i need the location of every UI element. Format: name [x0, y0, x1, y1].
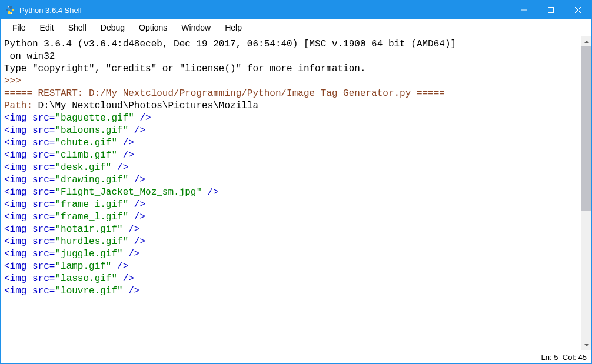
- vertical-scrollbar[interactable]: [581, 36, 591, 350]
- text-caret: [258, 101, 258, 111]
- col-label: Col:: [563, 353, 576, 362]
- python-icon: [5, 5, 15, 15]
- content-area: Python 3.6.4 (v3.6.4:d48eceb, Dec 19 201…: [1, 36, 591, 350]
- minimize-button[interactable]: [510, 1, 537, 19]
- statusbar: Ln: 5 Col: 45: [1, 350, 591, 363]
- maximize-button[interactable]: [537, 1, 564, 19]
- menu-shell[interactable]: Shell: [62, 22, 92, 34]
- menu-file[interactable]: File: [6, 22, 32, 34]
- menu-help[interactable]: Help: [219, 22, 248, 34]
- close-button[interactable]: [564, 1, 591, 19]
- menu-window[interactable]: Window: [175, 22, 217, 34]
- menu-edit[interactable]: Edit: [34, 22, 60, 34]
- menubar: File Edit Shell Debug Options Window Hel…: [1, 19, 591, 36]
- shell-text-area[interactable]: Python 3.6.4 (v3.6.4:d48eceb, Dec 19 201…: [1, 36, 581, 350]
- scroll-down-button[interactable]: [581, 340, 591, 350]
- scroll-up-button[interactable]: [581, 36, 591, 46]
- svg-rect-3: [548, 8, 554, 13]
- window-title: Python 3.6.4 Shell: [19, 6, 510, 15]
- line-label: Ln:: [541, 353, 552, 362]
- scrollbar-thumb[interactable]: [581, 46, 591, 211]
- svg-point-1: [11, 13, 12, 14]
- titlebar[interactable]: Python 3.6.4 Shell: [1, 1, 591, 19]
- line-number: 5: [554, 353, 558, 362]
- col-number: 45: [578, 353, 587, 362]
- menu-debug[interactable]: Debug: [95, 22, 131, 34]
- svg-point-0: [8, 6, 9, 7]
- menu-options[interactable]: Options: [133, 22, 173, 34]
- scrollbar-track[interactable]: [581, 46, 591, 340]
- window-frame: Python 3.6.4 Shell File Edit Shell Debug…: [0, 0, 592, 364]
